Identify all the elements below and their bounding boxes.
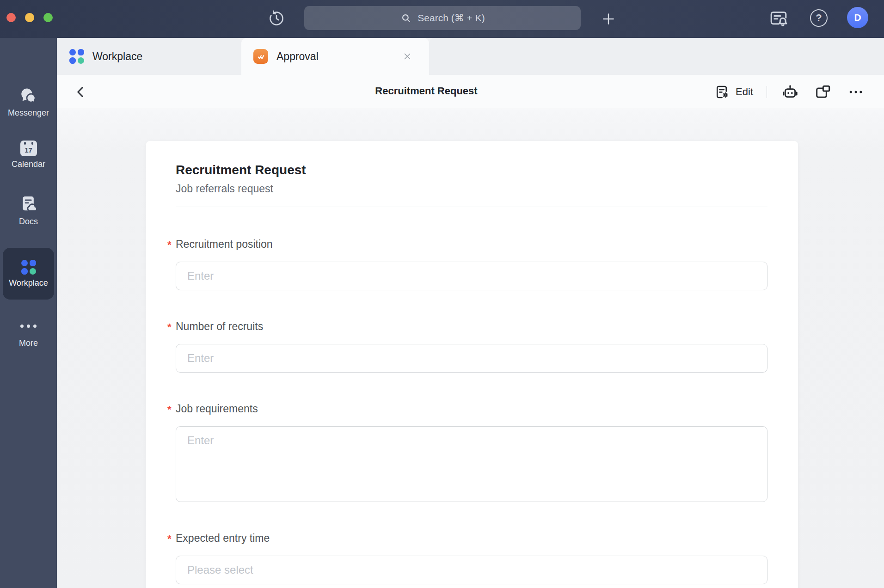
sidebar-item-label: Docs	[19, 217, 38, 227]
close-icon[interactable]	[401, 50, 413, 62]
sidebar-item-more[interactable]: More	[0, 317, 57, 348]
minimize-window-button[interactable]	[25, 13, 34, 22]
content-area: Recruitment Request Job referrals reques…	[57, 109, 884, 588]
plus-icon[interactable]	[599, 10, 618, 28]
required-marker: *	[167, 404, 172, 416]
open-window-icon[interactable]	[813, 82, 833, 102]
field-label: * Number of recruits	[176, 320, 767, 332]
tab-workplace[interactable]: Workplace	[57, 38, 241, 75]
edit-label: Edit	[736, 86, 753, 98]
field-expected-entry-time: * Expected entry time	[176, 532, 767, 584]
sidebar-item-label: More	[19, 338, 38, 348]
tab-strip: Workplace Approval	[57, 38, 884, 75]
required-marker: *	[167, 321, 172, 333]
tab-label: Approval	[276, 50, 319, 63]
tab-label: Workplace	[92, 50, 142, 63]
number-of-recruits-input[interactable]	[176, 344, 767, 373]
recruitment-position-input[interactable]	[176, 262, 767, 290]
sidebar-item-label: Messenger	[8, 108, 49, 118]
approval-logo-icon	[253, 49, 268, 64]
top-bar: Search (⌘ + K) ? D	[0, 0, 884, 38]
form-title: Recruitment Request	[176, 163, 767, 178]
form-divider	[176, 207, 767, 207]
search-icon	[400, 12, 412, 24]
field-number-of-recruits: * Number of recruits	[176, 320, 767, 373]
required-marker: *	[167, 533, 172, 545]
page-title: Recruitment Request	[375, 85, 477, 97]
avatar[interactable]: D	[847, 7, 868, 28]
sidebar-item-label: Workplace	[9, 278, 48, 288]
back-icon[interactable]	[73, 84, 89, 100]
ellipsis-icon[interactable]	[846, 82, 866, 102]
docs-icon	[19, 194, 38, 214]
more-dots-icon	[20, 317, 37, 335]
sidebar-item-label: Calendar	[12, 159, 45, 169]
edit-button[interactable]: Edit	[714, 84, 753, 100]
window-controls	[6, 13, 53, 22]
expected-entry-time-select[interactable]	[176, 556, 767, 584]
calendar-icon: 17	[20, 141, 37, 156]
field-recruitment-position: * Recruitment position	[176, 238, 767, 290]
field-job-requirements: * Job requirements	[176, 403, 767, 502]
tab-strip-filler	[429, 38, 884, 75]
search-placeholder: Search (⌘ + K)	[417, 12, 485, 24]
history-icon[interactable]	[267, 9, 286, 28]
header-divider	[767, 86, 767, 98]
help-icon[interactable]: ?	[810, 9, 828, 27]
robot-icon[interactable]	[780, 82, 800, 102]
form-subtitle: Job referrals request	[176, 183, 767, 195]
maximize-window-button[interactable]	[43, 13, 53, 22]
sidebar: Messenger 17 Calendar Docs Contacts Work…	[0, 38, 57, 588]
sidebar-item-messenger[interactable]: Messenger	[0, 86, 57, 118]
tab-approval[interactable]: Approval	[241, 38, 429, 75]
field-label: * Recruitment position	[176, 238, 767, 250]
field-label: * Job requirements	[176, 403, 767, 415]
announcement-icon[interactable]	[767, 7, 790, 30]
edit-doc-gear-icon	[714, 84, 731, 100]
workplace-logo-icon	[21, 260, 36, 275]
form-card: Recruitment Request Job referrals reques…	[146, 141, 798, 588]
page-header: Recruitment Request Edit	[57, 75, 884, 109]
job-requirements-textarea[interactable]	[176, 426, 767, 502]
calendar-day: 17	[25, 146, 32, 156]
sidebar-item-calendar[interactable]: 17 Calendar	[0, 141, 57, 169]
sidebar-item-docs[interactable]: Docs	[0, 194, 57, 227]
required-marker: *	[167, 239, 172, 251]
close-window-button[interactable]	[6, 13, 16, 22]
search-input[interactable]: Search (⌘ + K)	[304, 6, 581, 30]
sidebar-item-workplace-selected[interactable]: Workplace	[3, 248, 54, 300]
field-label: * Expected entry time	[176, 532, 767, 544]
messenger-icon	[19, 86, 38, 105]
workplace-logo-icon	[69, 49, 84, 64]
header-actions: Edit	[714, 75, 866, 109]
